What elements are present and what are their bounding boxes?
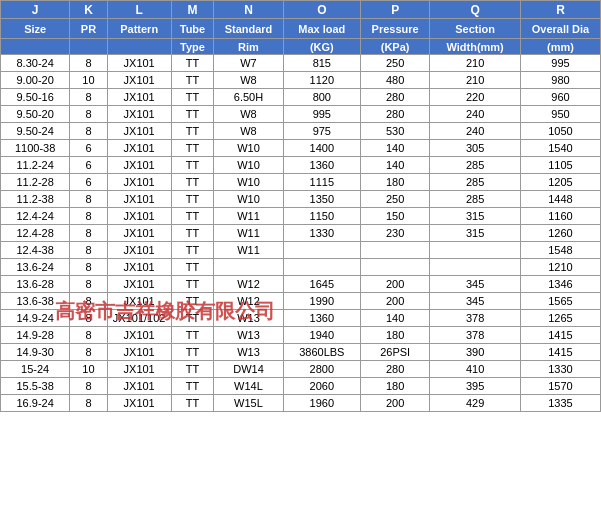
table-row: 12.4-388JX101TTW111548 — [1, 242, 601, 259]
table-cell: JX101 — [107, 72, 171, 89]
table-cell: 13.6-28 — [1, 276, 70, 293]
table-cell: 395 — [430, 378, 521, 395]
table-cell: W8 — [214, 123, 283, 140]
table-cell: TT — [171, 106, 214, 123]
table-cell: 9.50-20 — [1, 106, 70, 123]
header-size: Size — [1, 19, 70, 39]
table-cell: JX101/102 — [107, 310, 171, 327]
table-cell: W10 — [214, 174, 283, 191]
table-cell: W8 — [214, 106, 283, 123]
header-pattern: Pattern — [107, 19, 171, 39]
table-cell: 2060 — [283, 378, 360, 395]
table-cell: JX101 — [107, 225, 171, 242]
header-tube-type: Tube — [171, 19, 214, 39]
table-cell: TT — [171, 293, 214, 310]
table-row: 9.00-2010JX101TTW81120480210980 — [1, 72, 601, 89]
table-cell: 6.50H — [214, 89, 283, 106]
table-cell: 1260 — [520, 225, 600, 242]
header-overall-dia: Overall Dia — [520, 19, 600, 39]
table-row: 9.50-208JX101TTW8995280240950 — [1, 106, 601, 123]
table-cell: 14.9-30 — [1, 344, 70, 361]
table-cell: 1210 — [520, 259, 600, 276]
table-row: 14.9-308JX101TTW133860LBS26PSI3901415 — [1, 344, 601, 361]
table-cell: 14.9-24 — [1, 310, 70, 327]
table-cell: 13.6-24 — [1, 259, 70, 276]
table-cell: 1265 — [520, 310, 600, 327]
table-cell: JX101 — [107, 140, 171, 157]
table-cell: JX101 — [107, 208, 171, 225]
table-row: 12.4-288JX101TTW1113302303151260 — [1, 225, 601, 242]
table-cell: 8 — [70, 327, 107, 344]
table-cell: W8 — [214, 72, 283, 89]
table-row: 14.9-248JX101/102TTW1313601403781265 — [1, 310, 601, 327]
col-m-index: M — [171, 1, 214, 19]
table-cell: 240 — [430, 106, 521, 123]
table-cell: 995 — [520, 55, 600, 72]
table-cell: 8 — [70, 208, 107, 225]
table-cell: 14.9-28 — [1, 327, 70, 344]
spreadsheet-container: J K L M N O P Q R Size PR Pattern Tube S… — [0, 0, 601, 412]
table-cell: 240 — [430, 123, 521, 140]
table-cell: 1570 — [520, 378, 600, 395]
header-standard-rim: Standard — [214, 19, 283, 39]
table-cell: TT — [171, 344, 214, 361]
table-cell: 1330 — [520, 361, 600, 378]
table-cell: 9.50-16 — [1, 89, 70, 106]
table-cell: 1448 — [520, 191, 600, 208]
table-cell: W12 — [214, 293, 283, 310]
table-cell: 1415 — [520, 327, 600, 344]
table-row: 14.9-288JX101TTW1319401803781415 — [1, 327, 601, 344]
table-cell: 8 — [70, 55, 107, 72]
table-cell: 8 — [70, 191, 107, 208]
table-cell: TT — [171, 140, 214, 157]
table-cell: 2800 — [283, 361, 360, 378]
table-cell: W14L — [214, 378, 283, 395]
table-cell: 1415 — [520, 344, 600, 361]
table-cell: W11 — [214, 242, 283, 259]
col-header-row1: Size PR Pattern Tube Standard Max load P… — [1, 19, 601, 39]
table-cell: 280 — [360, 361, 429, 378]
table-row: 11.2-286JX101TTW1011151802851205 — [1, 174, 601, 191]
table-cell: JX101 — [107, 259, 171, 276]
table-cell: 8 — [70, 259, 107, 276]
header-mm: (mm) — [520, 39, 600, 55]
table-cell: TT — [171, 174, 214, 191]
table-cell: JX101 — [107, 361, 171, 378]
table-cell: TT — [171, 208, 214, 225]
table-cell: TT — [171, 191, 214, 208]
table-cell: 995 — [283, 106, 360, 123]
table-cell: 345 — [430, 276, 521, 293]
table-cell: 8 — [70, 276, 107, 293]
table-cell: 815 — [283, 55, 360, 72]
table-cell: 8 — [70, 293, 107, 310]
table-cell: TT — [171, 225, 214, 242]
table-cell: 1120 — [283, 72, 360, 89]
table-cell: 200 — [360, 276, 429, 293]
header-section: Section — [430, 19, 521, 39]
table-cell: TT — [171, 395, 214, 412]
table-cell: W11 — [214, 208, 283, 225]
table-cell: JX101 — [107, 174, 171, 191]
table-cell: 12.4-24 — [1, 208, 70, 225]
table-cell: 8 — [70, 378, 107, 395]
table-cell: 250 — [360, 191, 429, 208]
table-cell: 1360 — [283, 310, 360, 327]
table-cell: 280 — [360, 106, 429, 123]
table-cell: 1400 — [283, 140, 360, 157]
table-cell: 15-24 — [1, 361, 70, 378]
col-index-row: J K L M N O P Q R — [1, 1, 601, 19]
table-row: 13.6-248JX101TT1210 — [1, 259, 601, 276]
table-cell: W10 — [214, 191, 283, 208]
table-cell: W10 — [214, 157, 283, 174]
table-cell: 8 — [70, 395, 107, 412]
table-cell — [360, 242, 429, 259]
table-row: 11.2-388JX101TTW1013502502851448 — [1, 191, 601, 208]
table-cell: 8 — [70, 310, 107, 327]
table-cell: 1330 — [283, 225, 360, 242]
data-table: J K L M N O P Q R Size PR Pattern Tube S… — [0, 0, 601, 412]
table-cell: 150 — [360, 208, 429, 225]
table-cell — [430, 242, 521, 259]
table-cell: JX101 — [107, 327, 171, 344]
table-cell: TT — [171, 259, 214, 276]
table-cell: 1105 — [520, 157, 600, 174]
